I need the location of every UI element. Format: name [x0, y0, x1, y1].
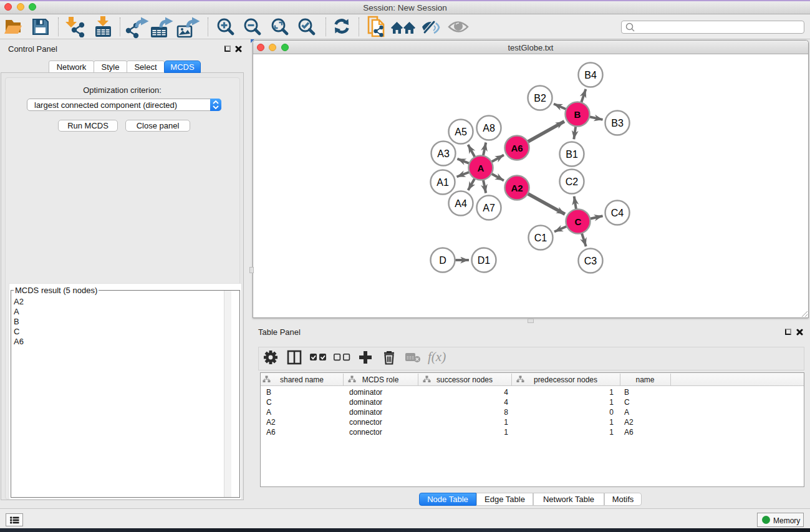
- svg-text:D1: D1: [478, 255, 491, 266]
- svg-text:C2: C2: [566, 177, 579, 187]
- svg-text:D: D: [439, 255, 446, 266]
- svg-text:A1: A1: [436, 177, 449, 188]
- svg-text:A7: A7: [483, 203, 495, 213]
- svg-text:B4: B4: [584, 70, 597, 80]
- svg-text:B2: B2: [534, 93, 546, 104]
- svg-text:C1: C1: [534, 233, 547, 243]
- svg-text:A5: A5: [455, 127, 467, 137]
- svg-text:B1: B1: [566, 149, 578, 160]
- svg-text:A: A: [478, 163, 485, 173]
- svg-text:C3: C3: [584, 256, 597, 266]
- svg-text:C4: C4: [611, 208, 624, 218]
- svg-text:A2: A2: [511, 183, 523, 193]
- svg-text:C: C: [575, 216, 582, 227]
- svg-text:B3: B3: [611, 118, 624, 128]
- svg-text:A6: A6: [511, 143, 523, 153]
- svg-text:A4: A4: [455, 198, 467, 209]
- svg-text:A8: A8: [483, 123, 495, 133]
- svg-text:B: B: [574, 109, 581, 120]
- svg-text:A3: A3: [437, 148, 450, 159]
